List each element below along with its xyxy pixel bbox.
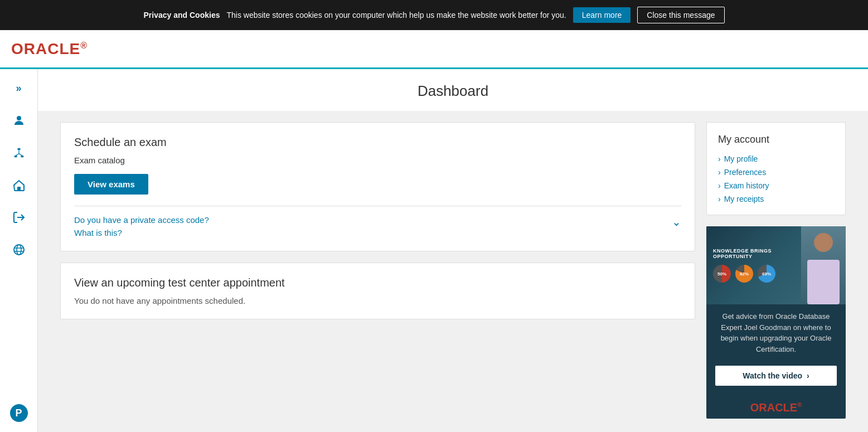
chevron-right-icon: › <box>718 181 721 190</box>
stat-circle-3: 69% <box>758 265 775 283</box>
my-account-title: My account <box>718 134 834 145</box>
exam-history-label: Exam history <box>724 181 769 190</box>
learn-more-button[interactable]: Learn more <box>573 7 631 23</box>
svg-line-5 <box>16 154 19 156</box>
watch-video-button[interactable]: Watch the video › <box>715 366 837 386</box>
logout-icon <box>12 211 26 224</box>
private-access-code-link[interactable]: Do you have a private access code? <box>74 215 209 225</box>
person-head <box>814 233 833 252</box>
svg-point-0 <box>17 116 21 120</box>
sidebar-item-home[interactable] <box>6 172 32 198</box>
access-code-section: Do you have a private access code? What … <box>74 206 681 237</box>
oracle-logo-small: ORACLE® <box>706 395 846 419</box>
appointments-card: View an upcoming test center appointment… <box>60 263 695 319</box>
content-body: Schedule an exam Exam catalog View exams… <box>38 111 868 432</box>
oracle-logo-small-text: ORACLE <box>750 401 797 414</box>
chevron-down-icon[interactable]: ⌄ <box>672 215 681 229</box>
header: ORACLE® <box>0 30 868 69</box>
exam-history-link[interactable]: › Exam history <box>718 181 834 190</box>
my-profile-link[interactable]: › My profile <box>718 154 834 163</box>
sidebar-item-network[interactable] <box>6 139 32 166</box>
chevron-right-icon: › <box>718 195 721 203</box>
svg-rect-1 <box>17 148 20 150</box>
chart-stats: 50% 82% 69% <box>713 265 794 283</box>
main-layout: » P Dashboard Schedule an exam <box>0 69 868 432</box>
svg-rect-7 <box>17 187 21 190</box>
video-card: KNOWLEDGE BRINGS OPPORTUNITY 50% 82% <box>706 226 846 419</box>
sidebar-expand[interactable]: » <box>6 75 32 101</box>
home-icon <box>12 178 26 192</box>
watch-label: Watch the video <box>743 371 802 380</box>
my-receipts-link[interactable]: › My receipts <box>718 195 834 203</box>
account-links: › My profile › Preferences › Exam histor… <box>718 154 834 203</box>
sidebar-item-logout[interactable] <box>6 204 32 231</box>
cookie-banner: Privacy and Cookies This website stores … <box>0 0 868 30</box>
network-icon <box>13 147 25 158</box>
exam-catalog-label: Exam catalog <box>74 156 681 165</box>
stat-circle-1: 50% <box>713 265 731 283</box>
chart-title: KNOWLEDGE BRINGS OPPORTUNITY <box>713 248 794 259</box>
globe-icon <box>12 243 26 256</box>
chart-area: KNOWLEDGE BRINGS OPPORTUNITY 50% 82% <box>706 241 801 289</box>
preferences-link[interactable]: › Preferences <box>718 168 834 177</box>
my-receipts-label: My receipts <box>724 195 764 203</box>
sidebar: » P <box>0 69 38 432</box>
main-column: Schedule an exam Exam catalog View exams… <box>60 122 695 421</box>
stat-circle-2: 82% <box>735 265 753 283</box>
person-figure-area <box>801 226 846 304</box>
oracle-logo: ORACLE® <box>11 40 88 58</box>
svg-point-10 <box>17 245 21 255</box>
thumbnail-bg: KNOWLEDGE BRINGS OPPORTUNITY 50% 82% <box>706 226 846 304</box>
p-badge: P <box>10 404 28 422</box>
svg-rect-2 <box>14 156 17 157</box>
stat-2: 82% <box>735 265 753 283</box>
content-area: Dashboard Schedule an exam Exam catalog … <box>38 69 868 432</box>
side-column: My account › My profile › Preferences › <box>706 122 846 421</box>
stat-1: 50% <box>713 265 731 283</box>
sidebar-bottom-badge[interactable]: P <box>6 400 32 426</box>
sidebar-item-profile[interactable] <box>6 107 32 134</box>
cookie-bold-text: Privacy and Cookies <box>144 11 220 20</box>
close-message-button[interactable]: Close this message <box>637 7 724 23</box>
view-exams-button[interactable]: View exams <box>74 174 148 195</box>
arrow-right-icon: › <box>807 371 809 380</box>
video-thumbnail: KNOWLEDGE BRINGS OPPORTUNITY 50% 82% <box>706 226 846 304</box>
preferences-label: Preferences <box>724 168 766 177</box>
my-profile-label: My profile <box>724 154 758 163</box>
video-description: Get advice from Oracle Database Expert J… <box>706 304 846 361</box>
what-is-this-link[interactable]: What is this? <box>74 228 209 237</box>
access-code-links: Do you have a private access code? What … <box>74 215 209 237</box>
svg-rect-3 <box>21 156 23 157</box>
page-title: Dashboard <box>38 69 868 111</box>
appointments-title: View an upcoming test center appointment <box>74 276 681 289</box>
schedule-exam-title: Schedule an exam <box>74 136 681 149</box>
chevron-right-icon: › <box>718 154 721 163</box>
my-account-card: My account › My profile › Preferences › <box>706 122 846 215</box>
schedule-exam-card: Schedule an exam Exam catalog View exams… <box>60 122 695 251</box>
chevron-right-icon: › <box>718 168 721 177</box>
no-appointments-text: You do not have any appointments schedul… <box>74 296 681 305</box>
sidebar-item-globe[interactable] <box>6 236 32 263</box>
svg-line-6 <box>19 154 22 156</box>
svg-point-9 <box>14 245 24 255</box>
person-shirt <box>807 260 840 304</box>
person-icon <box>12 114 26 127</box>
stat-3: 69% <box>758 265 775 283</box>
expand-icon: » <box>16 82 21 94</box>
cookie-message: This website stores cookies on your comp… <box>226 11 566 20</box>
